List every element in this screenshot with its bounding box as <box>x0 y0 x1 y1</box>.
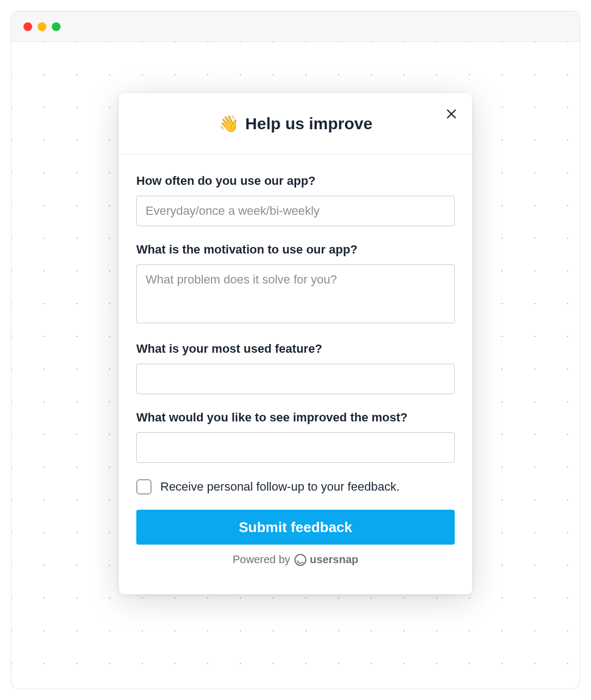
close-button[interactable] <box>444 106 459 122</box>
question-improvement: What would you like to see improved the … <box>136 411 455 463</box>
footer-brand-link[interactable]: usersnap <box>294 553 358 566</box>
question-motivation: What is the motivation to use our app? <box>136 243 455 325</box>
question-label: What would you like to see improved the … <box>136 411 455 425</box>
window-maximize-button[interactable] <box>52 22 61 31</box>
feedback-modal: 👋 Help us improve How often do you use o… <box>119 93 472 594</box>
question-label: How often do you use our app? <box>136 174 455 188</box>
improvement-input[interactable] <box>136 432 455 463</box>
question-label: What is the motivation to use our app? <box>136 243 455 257</box>
frequency-input[interactable] <box>136 196 455 226</box>
feature-input[interactable] <box>136 364 455 394</box>
close-icon <box>446 108 457 119</box>
modal-body: How often do you use our app? What is th… <box>119 154 472 594</box>
window-close-button[interactable] <box>23 22 32 31</box>
browser-window: 👋 Help us improve How often do you use o… <box>11 11 580 689</box>
followup-label[interactable]: Receive personal follow-up to your feedb… <box>160 480 400 494</box>
window-minimize-button[interactable] <box>38 22 46 31</box>
modal-title: 👋 Help us improve <box>219 114 372 133</box>
footer-brand-name: usersnap <box>310 553 358 566</box>
submit-button[interactable]: Submit feedback <box>136 510 455 545</box>
followup-row: Receive personal follow-up to your feedb… <box>136 479 455 494</box>
motivation-textarea[interactable] <box>136 264 455 323</box>
usersnap-icon <box>294 554 306 566</box>
modal-title-text: Help us improve <box>245 114 372 133</box>
modal-header: 👋 Help us improve <box>119 93 472 154</box>
question-label: What is your most used feature? <box>136 342 455 356</box>
question-feature: What is your most used feature? <box>136 342 455 394</box>
followup-checkbox[interactable] <box>136 479 152 494</box>
footer-prefix: Powered by <box>233 553 291 566</box>
modal-footer: Powered by usersnap <box>136 545 455 581</box>
wave-icon: 👋 <box>219 114 239 133</box>
question-frequency: How often do you use our app? <box>136 174 455 226</box>
titlebar <box>11 11 580 42</box>
